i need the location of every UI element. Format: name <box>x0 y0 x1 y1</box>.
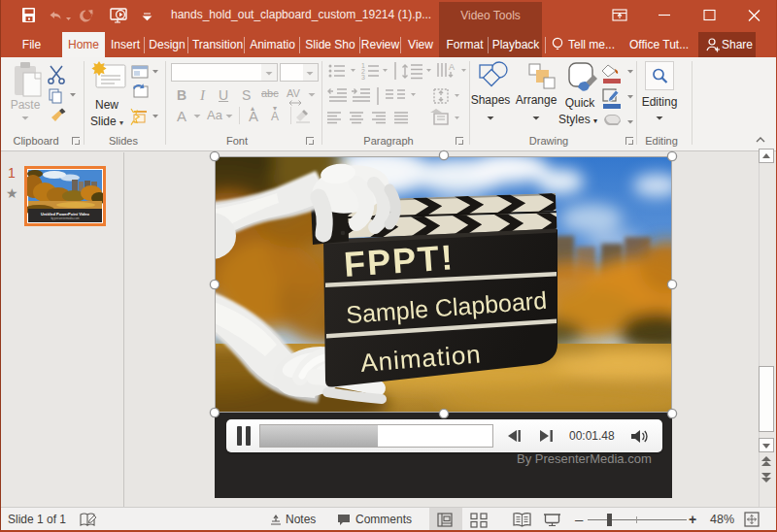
svg-text:by presentermedia.com: by presentermedia.com <box>51 216 80 220</box>
svg-text:A: A <box>449 62 455 72</box>
svg-text:3: 3 <box>361 74 365 81</box>
svg-text:Untitled PowerPoint Video: Untitled PowerPoint Video <box>41 212 89 216</box>
